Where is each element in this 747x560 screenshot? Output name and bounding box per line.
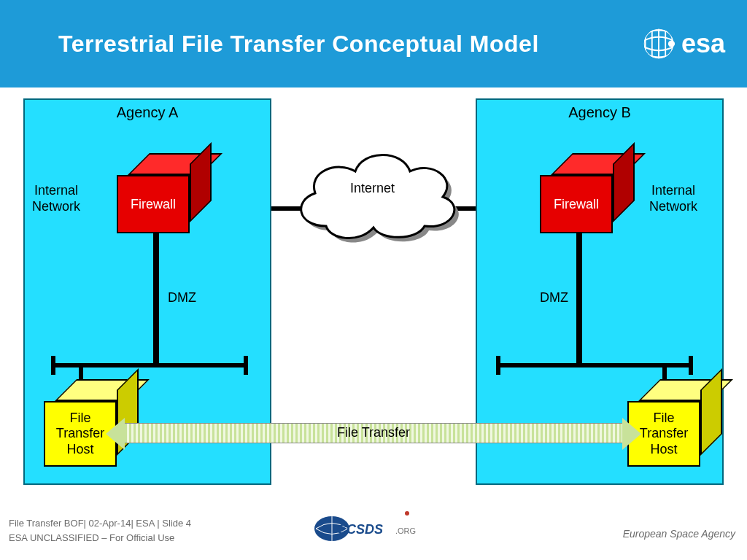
file-transfer-label: File Transfer — [125, 425, 622, 440]
tick-a2 — [244, 356, 248, 375]
internal-network-a-label: Internal Network — [32, 183, 80, 214]
internal-network-b-label: Internal Network — [649, 183, 697, 214]
tick-b1 — [496, 356, 500, 375]
agency-a-title: Agency A — [25, 100, 270, 121]
svg-point-7 — [668, 40, 675, 47]
footer-line2: ESA UNCLASSIFIED – For Official Use — [9, 531, 191, 545]
file-transfer-arrow: File Transfer — [124, 423, 623, 443]
agency-b-title: Agency B — [477, 100, 722, 121]
footer-line1: File Transfer BOF| 02-Apr-14| ESA | Slid… — [9, 516, 191, 531]
footer-left: File Transfer BOF| 02-Apr-14| ESA | Slid… — [9, 516, 191, 545]
dmz-b-label: DMZ — [540, 290, 568, 306]
header: Terrestrial File Transfer Conceptual Mod… — [0, 0, 747, 88]
svg-point-8 — [405, 511, 409, 516]
svg-text:CCSDS: CCSDS — [337, 522, 383, 537]
footer: File Transfer BOF| 02-Apr-14| ESA | Slid… — [0, 509, 747, 553]
firewall-b-label: Firewall — [540, 175, 613, 233]
dmz-a-label: DMZ — [168, 290, 196, 306]
firewall-a-label: Firewall — [117, 175, 190, 233]
logo-text: esa — [681, 28, 725, 59]
dmz-line-b — [576, 233, 582, 365]
tick-a1 — [51, 356, 55, 375]
tick-b2 — [689, 356, 693, 375]
esa-logo: esa — [642, 27, 725, 61]
internet-cloud: Internet — [286, 146, 461, 251]
page-title: Terrestrial File Transfer Conceptual Mod… — [58, 31, 539, 58]
ccsds-logo: CCSDS .ORG — [314, 509, 433, 545]
footer-right: European Space Agency — [623, 528, 735, 540]
svg-text:.ORG: .ORG — [395, 526, 416, 535]
internet-label: Internet — [350, 181, 395, 197]
dmz-line-a — [153, 233, 159, 365]
globe-icon — [642, 27, 676, 61]
diagram-canvas: Agency A Agency B Internal Network Inter… — [0, 88, 747, 496]
